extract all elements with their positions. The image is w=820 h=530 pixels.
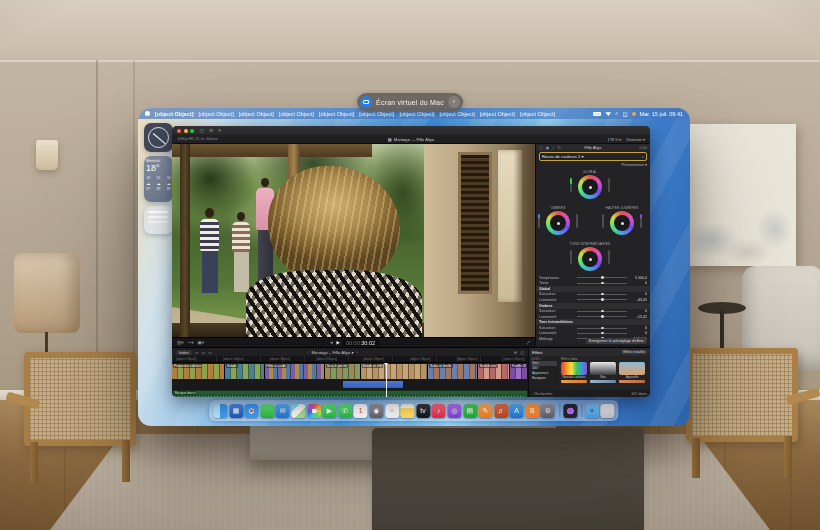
dock-icon-phone[interactable]: ✆ [338,404,352,418]
index-button[interactable]: Index [176,350,192,355]
timeline-ruler[interactable]: [object Object][object Object][object Ob… [172,356,528,363]
menu-item[interactable]: [object Object] [399,111,434,117]
menu-item[interactable]: [object Object] [279,111,314,117]
snapping-icon[interactable]: ◫ [520,350,524,355]
dock-icon-music[interactable]: ♪ [432,404,446,418]
dock-icon-finder[interactable] [213,404,227,418]
clip-appearance-icon[interactable]: ⊞ [514,350,517,355]
info-tab-icon[interactable]: ⓘ [557,145,561,150]
dock-icon-settings[interactable]: ⚙ [541,404,555,418]
menu-item[interactable]: [object Object] [480,111,515,117]
menu-item[interactable]: [object Object] [319,111,354,117]
dock-icon-safari[interactable]: ➤ [245,404,259,418]
parameter-slider[interactable] [577,333,627,334]
effects-search-label[interactable]: Rechercher [535,392,553,396]
video-tab-icon[interactable]: ▢ [539,145,543,150]
menu-item[interactable]: [object Object] [199,111,234,117]
dock-icon-reminders[interactable]: ≡ [385,404,399,418]
audio-tab-icon[interactable]: ♪ [552,145,554,150]
weather-widget[interactable]: Montréal 18° 14☁17°15☁18°16☁18° [144,156,173,202]
minimize-button[interactable] [184,129,188,133]
correction-preset-dropdown[interactable]: Roues de couleurs 1 ▾ ⌕ [539,152,647,161]
play-icon[interactable]: ▶ [336,340,339,345]
import-media-icon[interactable]: ⊞ [209,128,213,133]
timeline-clip[interactable]: Filles au jardin [265,364,326,379]
color-wheel-highlights[interactable]: HAUTES LUMIÈRES [600,206,644,235]
insert-icon[interactable]: ▭ [202,350,206,355]
dock-icon-app-store[interactable]: A [510,404,524,418]
color-tab-icon[interactable]: ◉ [546,145,550,150]
parameter-slider[interactable] [577,311,627,312]
control-center-icon[interactable]: ◫ [622,111,627,117]
dock-icon-downloads-folder[interactable]: ▾ [585,404,599,418]
timeline-clip[interactable]: Salon en famille [428,364,478,379]
effects-installed-filter[interactable]: Effets installés [621,350,647,354]
dock-icon-books[interactable]: B [525,404,539,418]
viewer-zoom-dropdown[interactable]: 178 % ▾ [608,137,622,142]
effect-thumbnail[interactable]: Aquarelle [619,362,645,383]
parameter-slider[interactable] [577,328,627,329]
dock-icon-final-cut-pro[interactable] [563,404,577,418]
parameter-slider[interactable] [577,299,627,300]
dock-icon-facetime[interactable]: ▶ [323,404,337,418]
menu-item[interactable]: [object Object] [239,111,274,117]
viewer-view-dropdown[interactable]: Visionner ▾ [626,137,645,142]
tools-icon[interactable]: ✂▾ [188,340,194,345]
search-icon[interactable]: ⌕ [615,110,618,117]
dock-icon-garageband[interactable]: ♬ [494,404,508,418]
retime-icon[interactable]: ▣▾ [198,340,205,345]
color-wheel-global[interactable]: GLOBAL [568,170,612,199]
keyword-editor-icon[interactable]: ≡ [219,128,222,133]
effects-search-icon[interactable]: ⌕ [532,392,534,396]
menu-bar-clock[interactable]: Mar. 15 juil. 09:41 [640,111,683,117]
overwrite-icon[interactable]: ▭ [208,350,212,355]
menu-item[interactable]: [object Object] [359,111,394,117]
dock-icon-notes[interactable] [401,404,415,418]
parameter-slider[interactable] [577,283,627,284]
color-wheel-midtones[interactable]: TONS INTERMÉDIAIRES [568,242,612,271]
timeline-clip[interactable]: Préparation collation [172,364,225,379]
timeline-clip[interactable]: Balade [225,364,264,379]
effects-category[interactable]: Basiques [531,376,557,381]
clock-widget[interactable] [144,123,173,152]
timeline-forward-icon[interactable]: › [357,350,358,355]
parameter-slider[interactable] [577,316,627,317]
dock-icon-pages[interactable]: ✎ [478,404,492,418]
save-effects-preset-button[interactable]: Enregistrer le préréglage d'effets [586,338,647,344]
connected-audio-clip[interactable]: Caisson de grave basse [343,381,404,388]
dock-icon-photo-booth[interactable]: ◉ [369,404,383,418]
dock-icon-photos[interactable] [307,404,321,418]
calendar-widget[interactable] [144,206,173,234]
menu-item[interactable]: [object Object] [520,111,555,117]
timeline-clip[interactable]: Balade en ville [361,364,429,379]
dock-icon-trash[interactable] [601,404,615,418]
chevron-right-icon[interactable]: › [448,96,460,108]
dock-icon-calendar[interactable]: 1 [354,404,368,418]
timeline-project-dropdown[interactable]: Montage – Fille Aliya ▾ [312,350,354,355]
dock-icon-maps[interactable] [291,404,305,418]
wifi-icon[interactable] [605,111,611,116]
window-titlebar[interactable]: ◫ ⊞ ≡ [172,126,650,135]
dock-icon-launchpad[interactable]: ▦ [229,404,243,418]
fullscreen-icon[interactable]: ⤢ [526,340,530,345]
dock-icon-mail[interactable]: ✉ [276,404,290,418]
effect-thumbnail[interactable]: Niveaux couleurs [561,362,587,383]
parameter-slider[interactable] [577,294,627,295]
zoom-button[interactable] [190,129,194,133]
timeline-back-icon[interactable]: ‹ [307,350,308,355]
dock-icon-messages[interactable] [260,404,274,418]
skip-back-icon[interactable]: ◄ [329,340,333,345]
preset-search-icon[interactable]: ⌕ [642,154,644,159]
timeline-clip[interactable]: Sous le porche [325,364,361,379]
dock-icon-numbers[interactable]: ▤ [463,404,477,418]
timeline-clip[interactable]: Bord de mer [478,364,510,379]
battery-icon[interactable] [593,112,601,116]
video-viewer[interactable] [172,144,535,337]
timeline-index-icon[interactable]: ▥▾ [177,340,184,345]
close-button[interactable] [177,129,181,133]
parameter-slider[interactable] [577,277,627,278]
sidebar-toggle-icon[interactable]: ◫ [200,128,204,133]
append-icon[interactable]: ▭ [195,350,199,355]
mac-virtual-display-pill[interactable]: Écran virtuel du Mac › [357,93,463,111]
timeline-clip[interactable]: Famille 03 [510,364,528,379]
